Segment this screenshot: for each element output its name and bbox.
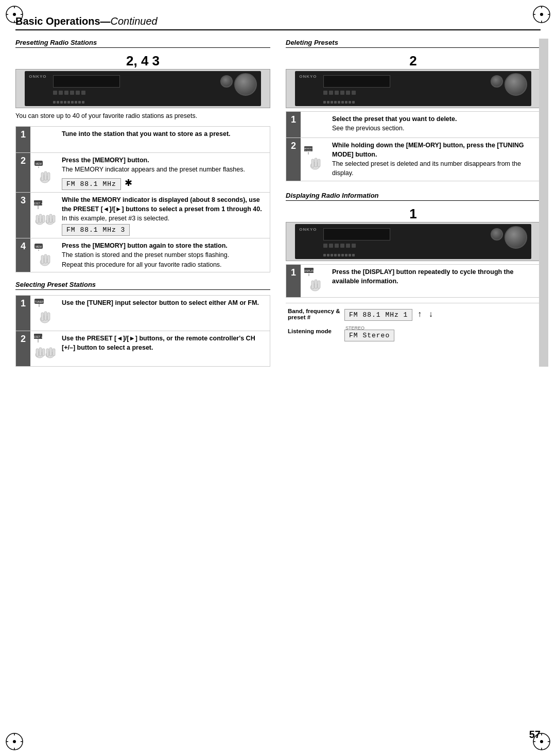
deleting-section-title: Deleting Presets <box>286 39 541 48</box>
svg-rect-81 <box>318 281 320 288</box>
svg-rect-48 <box>47 255 50 263</box>
presetting-step-4-num: 4 <box>16 238 30 271</box>
svg-rect-29 <box>44 171 47 180</box>
page-header: Basic Operations—Continued <box>15 15 541 30</box>
presetting-step-4-icon: MEM ↓ <box>30 238 59 271</box>
preset-lr-button-icon: PRESET ◄► <box>33 333 56 364</box>
presetting-step-3: 3 PRESET ◄► <box>15 193 270 238</box>
deleting-step-1-num: 1 <box>286 112 301 138</box>
displaying-step-1-icon: DISPLAY <box>301 265 329 297</box>
selecting-step-1-text: Use the [TUNER] input selector button to… <box>59 296 270 331</box>
svg-text:MEMORY: MEMORY <box>304 148 312 150</box>
svg-rect-53 <box>41 313 44 321</box>
deleting-receiver-image: ONKYO <box>286 69 541 108</box>
left-column: Presetting Radio Stations 2, 4 3 ONKYO <box>15 39 270 367</box>
deleting-step-1-text: Select the preset that you want to delet… <box>329 112 540 138</box>
svg-text:↓: ↓ <box>38 165 40 168</box>
presetting-receiver-image: ONKYO <box>15 69 270 108</box>
displaying-step-1: 1 DISPLAY Press the [DISP <box>286 264 541 298</box>
svg-rect-66 <box>53 349 55 356</box>
display-info-table: Band, frequency & preset # FM 88.1 MHz 1… <box>286 306 541 341</box>
presetting-step-1-icon <box>30 127 59 152</box>
presetting-step-4: 4 MEM ↓ Press the [MEMORY] button again … <box>15 238 270 272</box>
tuner-button-icon: TUNER <box>33 298 56 329</box>
svg-text:DISPLAY: DISPLAY <box>304 269 315 272</box>
listening-mode-label: Listening mode <box>286 322 342 341</box>
right-column: Deleting Presets 2 ONKYO <box>286 39 541 367</box>
svg-rect-37 <box>42 215 45 222</box>
presetting-step-2-num: 2 <box>16 153 30 192</box>
presetting-step-2: 2 MEM ↓ Press the [MEMORY] b <box>15 153 270 193</box>
selecting-step-1: 1 TUNER Use the [TUNER] i <box>15 295 270 331</box>
display-info-row-2: Listening mode STEREO FM Stereo <box>286 322 541 341</box>
display-button-icon: DISPLAY <box>304 267 326 295</box>
svg-text:PRESET ◄►: PRESET ◄► <box>33 336 45 338</box>
deleting-step-2-text: While holding down the [MEM-ORY] button,… <box>329 138 540 181</box>
svg-rect-55 <box>47 313 50 320</box>
svg-rect-60 <box>36 349 39 356</box>
svg-rect-74 <box>318 159 320 167</box>
page-number: 57 <box>529 729 541 741</box>
deleting-step-1: 1 Select the preset that you want to del… <box>286 111 541 138</box>
selecting-step-1-icon: TUNER <box>30 296 59 331</box>
svg-rect-39 <box>46 215 49 223</box>
svg-rect-65 <box>49 348 52 356</box>
presetting-step-2-icon: MEM ↓ <box>30 153 59 192</box>
svg-text:↓: ↓ <box>38 248 40 251</box>
presetting-section-title: Presetting Radio Stations <box>15 39 270 48</box>
svg-rect-40 <box>49 214 52 222</box>
svg-rect-47 <box>44 254 47 263</box>
svg-text:PRESET ◄►: PRESET ◄► <box>33 202 45 205</box>
svg-rect-28 <box>41 173 44 181</box>
selecting-step-2: 2 PRESET ◄► <box>15 331 270 367</box>
presetting-step-2-text: Press the [MEMORY] button. The MEMORY in… <box>59 153 270 192</box>
gray-band-decoration <box>539 39 548 367</box>
svg-text:TUNER: TUNER <box>34 300 44 303</box>
selecting-step-2-icon: PRESET ◄► <box>30 331 59 366</box>
selecting-step-1-num: 1 <box>16 296 30 331</box>
presetting-step-3-text: While the MEMORY indicator is displayed … <box>59 193 270 238</box>
deleting-callout: 2 <box>286 53 541 69</box>
presetting-step-1-text: Tune into the station that you want to s… <box>59 127 270 152</box>
memory-button-icon-2: MEM ↓ <box>33 243 56 268</box>
presetting-callout: 2, 4 3 <box>15 53 270 69</box>
selecting-step-2-num: 2 <box>16 331 30 366</box>
presetting-step-1: 1 Tune into the station that you want to… <box>15 126 270 153</box>
svg-rect-72 <box>311 159 314 167</box>
selecting-section-title: Selecting Preset Stations <box>15 281 270 290</box>
svg-rect-73 <box>315 158 317 167</box>
presetting-step-3-icon: PRESET ◄► <box>30 193 59 238</box>
memory-tuning-icon: MEMORY TUNING <box>304 145 326 174</box>
preset-button-icon: PRESET ◄► <box>33 200 56 231</box>
displaying-section-title: Displaying Radio Information <box>286 192 541 201</box>
presetting-description: You can store up to 40 of your favorite … <box>15 111 270 121</box>
presetting-step-3-display: FM 88.1 MHz 3 <box>62 224 130 236</box>
displaying-step-1-num: 1 <box>286 265 301 297</box>
svg-rect-62 <box>42 349 45 356</box>
band-freq-label: Band, frequency & preset # <box>286 306 342 322</box>
presetting-step-2-display: FM 88.1 MHz <box>62 178 121 190</box>
svg-rect-35 <box>36 215 39 223</box>
listening-mode-display: STEREO FM Stereo <box>342 322 541 341</box>
displaying-callout: 1 <box>286 206 541 222</box>
presetting-step-4-text: Press the [MEMORY] button again to store… <box>59 238 270 271</box>
svg-rect-36 <box>39 214 42 222</box>
band-freq-display: FM 88.1 MHz 1 ↑ ↓ <box>342 306 541 322</box>
deleting-step-2: 2 MEMORY TUNING While holding down the <box>286 138 541 181</box>
svg-rect-41 <box>53 215 55 222</box>
presetting-step-1-num: 1 <box>16 127 30 152</box>
svg-rect-64 <box>46 349 49 356</box>
svg-rect-79 <box>311 281 314 289</box>
displaying-receiver-image: ONKYO <box>286 222 541 261</box>
svg-rect-61 <box>39 348 42 356</box>
svg-rect-80 <box>315 280 317 288</box>
deleting-step-2-num: 2 <box>286 138 301 181</box>
svg-rect-46 <box>41 255 44 264</box>
svg-rect-54 <box>44 312 47 320</box>
presetting-step-3-num: 3 <box>16 193 30 238</box>
svg-rect-30 <box>47 173 50 180</box>
selecting-step-2-text: Use the PRESET [◄]/[►] buttons, or the r… <box>59 331 270 366</box>
memory-button-icon: MEM ↓ <box>33 160 56 185</box>
page-title: Basic Operations—Continued <box>15 15 541 27</box>
display-info-row-1: Band, frequency & preset # FM 88.1 MHz 1… <box>286 306 541 322</box>
